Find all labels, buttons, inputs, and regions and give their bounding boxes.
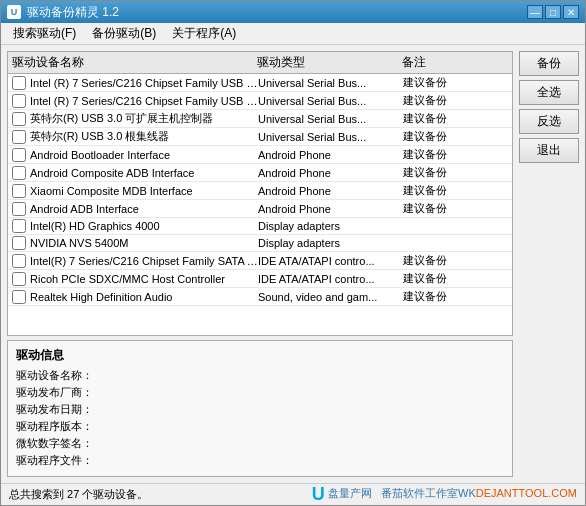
maximize-button[interactable]: □ bbox=[545, 5, 561, 19]
table-row[interactable]: NVIDIA NVS 5400M Display adapters bbox=[8, 235, 512, 252]
window-title: 驱动备份精灵 1.2 bbox=[27, 4, 119, 21]
row-checkbox[interactable] bbox=[12, 94, 26, 108]
menu-about[interactable]: 关于程序(A) bbox=[164, 23, 244, 44]
table-row[interactable]: Xiaomi Composite MDB Interface Android P… bbox=[8, 182, 512, 200]
row-driver-name: Android ADB Interface bbox=[30, 203, 258, 215]
row-driver-type: Android Phone bbox=[258, 203, 403, 215]
row-driver-type: Android Phone bbox=[258, 185, 403, 197]
menu-backup[interactable]: 备份驱动(B) bbox=[84, 23, 164, 44]
row-checkbox[interactable] bbox=[12, 219, 26, 233]
row-checkbox[interactable] bbox=[12, 290, 26, 304]
row-checkbox[interactable] bbox=[12, 76, 26, 90]
table-row[interactable]: Intel(R) 7 Series/C216 Chipset Family SA… bbox=[8, 252, 512, 270]
info-row: 驱动发布日期： bbox=[16, 402, 504, 417]
row-checkbox[interactable] bbox=[12, 112, 26, 126]
table-row[interactable]: 英特尔(R) USB 3.0 根集线器 Universal Serial Bus… bbox=[8, 128, 512, 146]
info-label: 驱动发布日期： bbox=[16, 402, 96, 417]
select-all-button[interactable]: 全选 bbox=[519, 80, 579, 105]
table-row[interactable]: Intel(R) HD Graphics 4000 Display adapte… bbox=[8, 218, 512, 235]
row-driver-note: 建议备份 bbox=[403, 165, 447, 180]
driver-info-box: 驱动信息 驱动设备名称： 驱动发布厂商： 驱动发布日期： 驱动程序版本： 微软数… bbox=[7, 340, 513, 477]
exit-button[interactable]: 退出 bbox=[519, 138, 579, 163]
row-driver-note: 建议备份 bbox=[403, 147, 447, 162]
table-row[interactable]: Android ADB Interface Android Phone 建议备份 bbox=[8, 200, 512, 218]
row-checkbox[interactable] bbox=[12, 236, 26, 250]
driver-info-title: 驱动信息 bbox=[16, 347, 504, 364]
row-checkbox[interactable] bbox=[12, 148, 26, 162]
info-row: 驱动发布厂商： bbox=[16, 385, 504, 400]
row-driver-name: Android Bootloader Interface bbox=[30, 149, 258, 161]
row-checkbox[interactable] bbox=[12, 254, 26, 268]
table-row[interactable]: Realtek High Definition Audio Sound, vid… bbox=[8, 288, 512, 306]
row-driver-name: Intel(R) HD Graphics 4000 bbox=[30, 220, 258, 232]
row-driver-name: Android Composite ADB Interface bbox=[30, 167, 258, 179]
invert-button[interactable]: 反选 bbox=[519, 109, 579, 134]
row-driver-note: 建议备份 bbox=[403, 201, 447, 216]
row-driver-type: Android Phone bbox=[258, 149, 403, 161]
table-row[interactable]: 英特尔(R) USB 3.0 可扩展主机控制器 Universal Serial… bbox=[8, 110, 512, 128]
menu-search[interactable]: 搜索驱动(F) bbox=[5, 23, 84, 44]
row-checkbox[interactable] bbox=[12, 130, 26, 144]
row-driver-name: 英特尔(R) USB 3.0 可扩展主机控制器 bbox=[30, 111, 258, 126]
row-checkbox[interactable] bbox=[12, 184, 26, 198]
title-buttons: — □ ✕ bbox=[527, 5, 579, 19]
table-row[interactable]: Android Bootloader Interface Android Pho… bbox=[8, 146, 512, 164]
row-driver-type: Android Phone bbox=[258, 167, 403, 179]
backup-button[interactable]: 备份 bbox=[519, 51, 579, 76]
watermark: U 盘量产网 番茄软件工作室WKDEJANTTOOL.COM bbox=[312, 484, 577, 505]
minimize-button[interactable]: — bbox=[527, 5, 543, 19]
info-label: 微软数字签名： bbox=[16, 436, 96, 451]
row-driver-type: IDE ATA/ATAPI contro... bbox=[258, 273, 403, 285]
row-driver-note: 建议备份 bbox=[403, 75, 447, 90]
header-note: 备注 bbox=[402, 54, 462, 71]
left-panel: 驱动设备名称 驱动类型 备注 Intel (R) 7 Series/C216 C… bbox=[7, 51, 513, 477]
row-driver-type: Universal Serial Bus... bbox=[258, 77, 403, 89]
main-window: U 驱动备份精灵 1.2 — □ ✕ 搜索驱动(F) 备份驱动(B) 关于程序(… bbox=[0, 0, 586, 506]
row-driver-note: 建议备份 bbox=[403, 271, 447, 286]
table-row[interactable]: Intel (R) 7 Series/C216 Chipset Family U… bbox=[8, 92, 512, 110]
title-bar: U 驱动备份精灵 1.2 — □ ✕ bbox=[1, 1, 585, 23]
watermark-text: 盘量产网 番茄软件工作室WK bbox=[328, 487, 476, 499]
menu-bar: 搜索驱动(F) 备份驱动(B) 关于程序(A) bbox=[1, 23, 585, 45]
row-driver-type: Universal Serial Bus... bbox=[258, 113, 403, 125]
app-icon: U bbox=[7, 5, 21, 19]
table-row[interactable]: Intel (R) 7 Series/C216 Chipset Family U… bbox=[8, 74, 512, 92]
info-row: 驱动程序文件： bbox=[16, 453, 504, 468]
row-driver-type: IDE ATA/ATAPI contro... bbox=[258, 255, 403, 267]
info-label: 驱动程序文件： bbox=[16, 453, 96, 468]
row-checkbox[interactable] bbox=[12, 166, 26, 180]
table-row[interactable]: Android Composite ADB Interface Android … bbox=[8, 164, 512, 182]
row-driver-name: Xiaomi Composite MDB Interface bbox=[30, 185, 258, 197]
row-driver-type: Universal Serial Bus... bbox=[258, 95, 403, 107]
list-header: 驱动设备名称 驱动类型 备注 bbox=[8, 52, 512, 74]
row-checkbox[interactable] bbox=[12, 272, 26, 286]
watermark-u: U bbox=[312, 484, 325, 504]
table-row[interactable]: Ricoh PCIe SDXC/MMC Host Controller IDE … bbox=[8, 270, 512, 288]
row-driver-name: Intel (R) 7 Series/C216 Chipset Family U… bbox=[30, 77, 258, 89]
content-area: 驱动设备名称 驱动类型 备注 Intel (R) 7 Series/C216 C… bbox=[1, 45, 585, 483]
row-driver-name: Ricoh PCIe SDXC/MMC Host Controller bbox=[30, 273, 258, 285]
row-driver-type: Display adapters bbox=[258, 237, 403, 249]
info-label: 驱动发布厂商： bbox=[16, 385, 96, 400]
row-driver-note: 建议备份 bbox=[403, 129, 447, 144]
driver-list-scroll[interactable]: Intel (R) 7 Series/C216 Chipset Family U… bbox=[8, 74, 512, 335]
title-bar-left: U 驱动备份精灵 1.2 bbox=[7, 4, 119, 21]
row-driver-type: Display adapters bbox=[258, 220, 403, 232]
close-button[interactable]: ✕ bbox=[563, 5, 579, 19]
row-driver-note: 建议备份 bbox=[403, 111, 447, 126]
row-driver-name: Intel(R) 7 Series/C216 Chipset Family SA… bbox=[30, 255, 258, 267]
status-text: 总共搜索到 27 个驱动设备。 bbox=[9, 487, 148, 502]
row-driver-note: 建议备份 bbox=[403, 93, 447, 108]
info-label: 驱动设备名称： bbox=[16, 368, 96, 383]
row-driver-note: 建议备份 bbox=[403, 183, 447, 198]
info-label: 驱动程序版本： bbox=[16, 419, 96, 434]
info-row: 驱动设备名称： bbox=[16, 368, 504, 383]
row-driver-type: Sound, video and gam... bbox=[258, 291, 403, 303]
row-checkbox[interactable] bbox=[12, 202, 26, 216]
info-row: 微软数字签名： bbox=[16, 436, 504, 451]
row-driver-name: 英特尔(R) USB 3.0 根集线器 bbox=[30, 129, 258, 144]
row-driver-name: Realtek High Definition Audio bbox=[30, 291, 258, 303]
row-driver-name: NVIDIA NVS 5400M bbox=[30, 237, 258, 249]
header-type: 驱动类型 bbox=[257, 54, 402, 71]
row-driver-type: Universal Serial Bus... bbox=[258, 131, 403, 143]
